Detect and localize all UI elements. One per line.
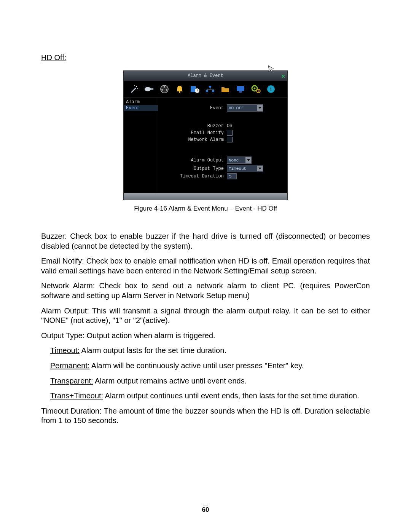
event-dropdown[interactable]: HD OFF	[227, 104, 263, 112]
window-footer	[124, 193, 287, 200]
term-permanent: Permanent:	[50, 361, 89, 370]
chevron-down-icon	[257, 166, 263, 171]
settings-form: Event HD OFF Buzzer On Email Notify	[158, 97, 287, 193]
term-buzzer: Buzzer:	[41, 232, 67, 240]
svg-point-6	[164, 86, 165, 88]
svg-rect-12	[209, 86, 211, 88]
section-heading: HD Off:	[41, 53, 370, 62]
folder-icon[interactable]	[220, 84, 230, 94]
term-trans-timeout: Trans+Timeout:	[50, 391, 103, 400]
term-alarm-output: Alarm Output:	[41, 307, 89, 315]
term-network: Network Alarm:	[41, 281, 95, 290]
dvr-window: Alarm & Event ×	[123, 70, 288, 200]
term-transparent: Transparent:	[50, 377, 93, 385]
email-notify-checkbox[interactable]	[227, 130, 233, 136]
network-alarm-label: Network Alarm	[163, 137, 227, 142]
svg-rect-13	[206, 90, 208, 92]
svg-rect-15	[237, 86, 244, 91]
monitor-icon[interactable]	[236, 84, 245, 94]
desc-timeout: Alarm output lasts for the set time dura…	[80, 346, 226, 355]
schedule-icon[interactable]	[190, 84, 200, 94]
sidebar: Alarm Event	[124, 97, 158, 193]
close-icon[interactable]: ×	[281, 72, 285, 82]
svg-rect-14	[212, 90, 214, 92]
wand-icon[interactable]	[129, 84, 139, 94]
page-number: — 60	[0, 502, 411, 514]
desc-permanent: Alarm will be continuously active until …	[89, 361, 304, 370]
desc-trans-timeout: Alarm output continues until event ends,…	[103, 391, 359, 400]
network-icon[interactable]	[205, 84, 215, 94]
alarm-output-label: Alarm Output	[163, 158, 227, 163]
svg-point-3	[145, 87, 151, 91]
timeout-duration-label: Timeout Duration	[163, 174, 227, 179]
desc-output-type: Output action when alarm is triggered.	[84, 331, 215, 340]
email-notify-label: Email Notify	[163, 130, 227, 136]
sidebar-item-alarm[interactable]: Alarm	[124, 99, 158, 105]
desc-alarm-output: This will transmit a signal through the …	[41, 307, 370, 325]
svg-point-0	[136, 86, 137, 87]
camera-icon[interactable]	[144, 84, 154, 94]
info-icon[interactable]: i	[266, 84, 276, 94]
svg-rect-4	[151, 88, 153, 90]
event-dropdown-value: HD OFF	[229, 106, 255, 110]
event-label: Event	[163, 105, 227, 111]
svg-point-9	[179, 91, 180, 93]
gear-icon[interactable]	[251, 84, 261, 94]
window-titlebar: Alarm & Event ×	[124, 71, 287, 81]
buzzer-value[interactable]: On	[227, 123, 232, 129]
network-alarm-checkbox[interactable]	[227, 137, 233, 142]
desc-email: Check box to enable email notification w…	[41, 257, 370, 275]
toolbar: i	[124, 81, 287, 97]
figure-caption: Figure 4-16 Alarm & Event Menu – Event -…	[41, 205, 370, 212]
sidebar-item-event[interactable]: Event	[124, 105, 158, 111]
output-type-dropdown[interactable]: Timeout	[227, 165, 263, 172]
svg-point-1	[134, 85, 135, 86]
term-output-type: Output Type:	[41, 331, 84, 340]
screenshot-container: Alarm & Event ×	[41, 70, 370, 212]
output-type-label: Output Type	[163, 166, 227, 171]
body-text: Buzzer: Check box to enable buzzer if th…	[41, 232, 370, 426]
alarm-output-value: None	[229, 158, 244, 163]
svg-text:i: i	[270, 86, 272, 92]
page-number-value: 60	[202, 506, 209, 513]
term-duration: Timeout Duration:	[41, 407, 102, 415]
timeout-duration-field[interactable]: 5	[227, 173, 237, 179]
chevron-down-icon	[257, 105, 263, 111]
svg-point-2	[137, 88, 138, 89]
chevron-down-icon	[245, 157, 251, 163]
svg-point-8	[166, 89, 167, 91]
alarm-output-dropdown[interactable]: None	[227, 157, 252, 164]
buzzer-label: Buzzer	[163, 123, 227, 129]
window-title: Alarm & Event	[188, 73, 223, 78]
svg-point-18	[254, 88, 256, 89]
term-email: Email Notify:	[41, 257, 84, 265]
svg-point-20	[258, 91, 259, 92]
output-type-value: Timeout	[229, 166, 255, 171]
svg-point-7	[161, 89, 163, 91]
svg-rect-16	[239, 91, 242, 93]
desc-transparent: Alarm output remains active until event …	[93, 377, 247, 385]
desc-buzzer: Check box to enable buzzer if the hard d…	[41, 232, 370, 250]
bell-icon[interactable]	[175, 84, 185, 94]
reel-icon[interactable]	[159, 84, 169, 94]
term-timeout: Timeout:	[50, 346, 80, 355]
